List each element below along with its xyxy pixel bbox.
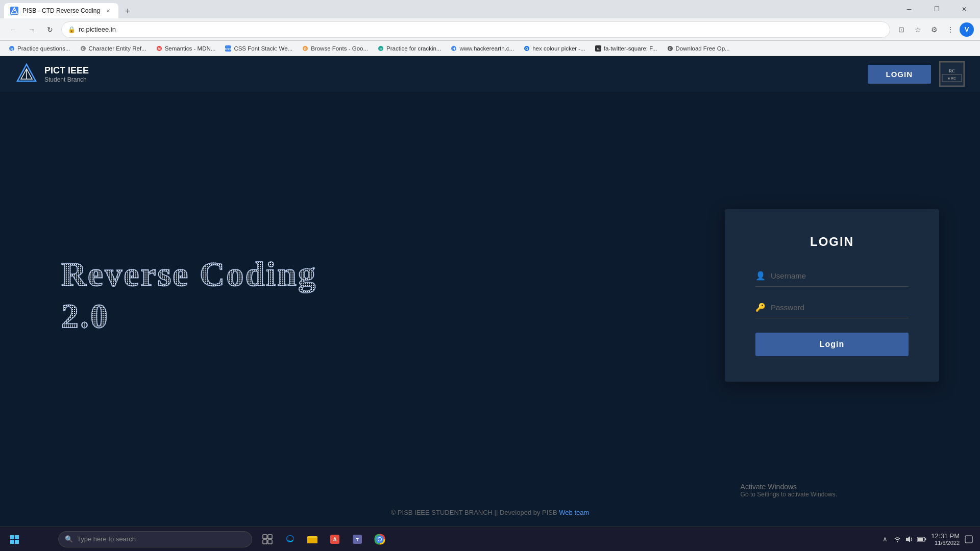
system-icons: ∧ xyxy=(880,534,927,544)
bookmark-9[interactable]: D Download Free Op... xyxy=(663,44,734,53)
svg-point-45 xyxy=(378,538,381,541)
volume-icon[interactable] xyxy=(904,534,915,544)
taskbar-icons: A T xyxy=(257,529,390,549)
taskbar: 🔍 Type here to search xyxy=(0,527,980,551)
bookmark-5[interactable]: ∞ Practice for crackin... xyxy=(373,44,445,53)
lock-icon: 🔒 xyxy=(68,26,76,33)
teams-icon[interactable]: T xyxy=(347,529,368,549)
activate-line2: Go to Settings to activate Windows. xyxy=(741,491,837,498)
svg-text:∞: ∞ xyxy=(380,47,382,51)
site-footer: © PISB IEEE STUDENT BRANCH || Developed … xyxy=(0,498,980,527)
bookmark-label-8: fa-twitter-square: F... xyxy=(604,45,657,52)
chrome-icon[interactable] xyxy=(370,529,390,549)
address-actions: ⊡ ☆ ⚙ ⋮ V xyxy=(894,22,974,37)
footer-link[interactable]: Web team xyxy=(559,509,589,516)
login-card-title: LOGIN xyxy=(755,235,909,249)
login-submit-button[interactable]: Login xyxy=(755,333,909,356)
clock-date: 11/6/2022 xyxy=(931,540,960,546)
bookmark-7[interactable]: G hex colour picker -... xyxy=(519,44,590,53)
search-placeholder-text: Type here to search xyxy=(77,535,136,543)
svg-rect-35 xyxy=(263,540,267,544)
footer-text: © PISB IEEE STUDENT BRANCH || Developed … xyxy=(391,509,557,516)
bookmark-label-3: CSS Font Stack: We... xyxy=(234,45,292,52)
extensions-icon[interactable]: ⚙ xyxy=(927,22,941,37)
search-icon: 🔍 xyxy=(65,535,73,543)
browser-menu-icon[interactable]: ⋮ xyxy=(943,22,958,37)
battery-icon[interactable] xyxy=(917,534,927,544)
bookmark-6[interactable]: H www.hackerearth.c... xyxy=(446,44,518,53)
svg-rect-31 xyxy=(10,540,14,544)
bookmark-label-9: Download Free Op... xyxy=(676,45,730,52)
start-button[interactable] xyxy=(2,527,27,552)
reload-button[interactable]: ↻ xyxy=(43,22,57,37)
tab-close-button[interactable]: ✕ xyxy=(104,7,112,15)
nav-login-button[interactable]: LOGIN xyxy=(868,65,932,84)
close-button[interactable]: ✕ xyxy=(952,0,976,18)
svg-text:q: q xyxy=(11,47,13,51)
username-input[interactable] xyxy=(771,269,909,282)
svg-rect-49 xyxy=(925,538,926,540)
svg-rect-34 xyxy=(268,535,272,539)
task-view-button[interactable] xyxy=(257,529,278,549)
password-input[interactable] xyxy=(771,301,909,314)
tab-favicon xyxy=(10,7,18,15)
bookmark-label-1: Character Entity Ref... xyxy=(89,45,146,52)
svg-text:■ RC: ■ RC xyxy=(948,77,956,80)
bookmarks-bar: q Practice questions... C Character Enti… xyxy=(0,41,980,56)
edge-browser-icon[interactable] xyxy=(280,529,300,549)
notification-icon[interactable] xyxy=(964,534,974,544)
svg-rect-29 xyxy=(10,535,14,539)
hero-title: Reverse Coding 2.0 xyxy=(61,254,368,337)
clock-time: 12:31 PM xyxy=(931,532,960,540)
pict-logo-icon xyxy=(15,62,38,87)
svg-text:D: D xyxy=(669,47,671,51)
site-main: Reverse Coding 2.0 LOGIN 👤 🔑 Login xyxy=(0,92,980,498)
restore-button[interactable]: ❐ xyxy=(925,0,948,18)
wifi-icon[interactable] xyxy=(892,534,902,544)
bookmark-3[interactable]: CSS CSS Font Stack: We... xyxy=(220,44,297,53)
key-icon: 🔑 xyxy=(755,303,766,312)
bookmark-4[interactable]: G Browse Fonts - Goo... xyxy=(298,44,372,53)
bookmark-icon-8: fa xyxy=(595,45,602,52)
app-icon-red[interactable]: A xyxy=(325,529,345,549)
title-bar: PISB - CTD Reverse Coding ✕ + ─ ❐ ✕ xyxy=(0,0,980,18)
url-box[interactable]: 🔒 rc.pictieee.in xyxy=(61,21,890,38)
svg-text:fa: fa xyxy=(597,47,600,51)
browser-frame: PISB - CTD Reverse Coding ✕ + ─ ❐ ✕ ← → … xyxy=(0,0,980,551)
site-logo: PICT IEEE Student Branch xyxy=(15,62,89,87)
svg-text:RC: RC xyxy=(949,69,955,73)
bookmark-star-icon[interactable]: ☆ xyxy=(911,22,925,37)
new-tab-button[interactable]: + xyxy=(120,4,135,18)
bookmark-icon-0: q xyxy=(8,45,15,52)
forward-button[interactable]: → xyxy=(24,22,39,37)
bookmark-1[interactable]: C Character Entity Ref... xyxy=(76,44,151,53)
bookmark-label-7: hex colour picker -... xyxy=(532,45,585,52)
bookmark-0[interactable]: q Practice questions... xyxy=(4,44,75,53)
profile-button[interactable]: V xyxy=(960,22,974,37)
svg-rect-33 xyxy=(263,535,267,539)
bookmark-icon-1: C xyxy=(80,45,87,52)
bookmark-label-2: Semantics - MDN... xyxy=(165,45,216,52)
bookmark-8[interactable]: fa fa-twitter-square: F... xyxy=(591,44,662,53)
rc-logo: RC ■ RC xyxy=(939,61,965,87)
bookmark-2[interactable]: M Semantics - MDN... xyxy=(152,44,220,53)
minimize-button[interactable]: ─ xyxy=(897,0,921,18)
svg-marker-46 xyxy=(906,536,910,542)
bookmark-icon-5: ∞ xyxy=(377,45,384,52)
active-tab[interactable]: PISB - CTD Reverse Coding ✕ xyxy=(4,3,118,18)
tab-title: PISB - CTD Reverse Coding xyxy=(22,7,100,14)
login-card: LOGIN 👤 🔑 Login xyxy=(725,209,939,382)
hero-title-wrapper: Reverse Coding 2.0 xyxy=(61,254,368,337)
cast-icon[interactable]: ⊡ xyxy=(894,22,909,37)
bookmark-label-0: Practice questions... xyxy=(17,45,70,52)
time-display[interactable]: 12:31 PM 11/6/2022 xyxy=(931,532,960,546)
arrow-up-icon[interactable]: ∧ xyxy=(880,534,890,544)
site-nav: PICT IEEE Student Branch LOGIN RC ■ RC xyxy=(0,56,980,92)
bookmark-label-5: Practice for crackin... xyxy=(386,45,441,52)
url-text: rc.pictieee.in xyxy=(79,26,884,33)
file-explorer-icon[interactable] xyxy=(302,529,323,549)
svg-rect-36 xyxy=(268,540,272,544)
back-button[interactable]: ← xyxy=(6,22,20,37)
taskbar-search[interactable]: 🔍 Type here to search xyxy=(58,531,252,547)
activate-line1: Activate Windows xyxy=(741,483,837,491)
